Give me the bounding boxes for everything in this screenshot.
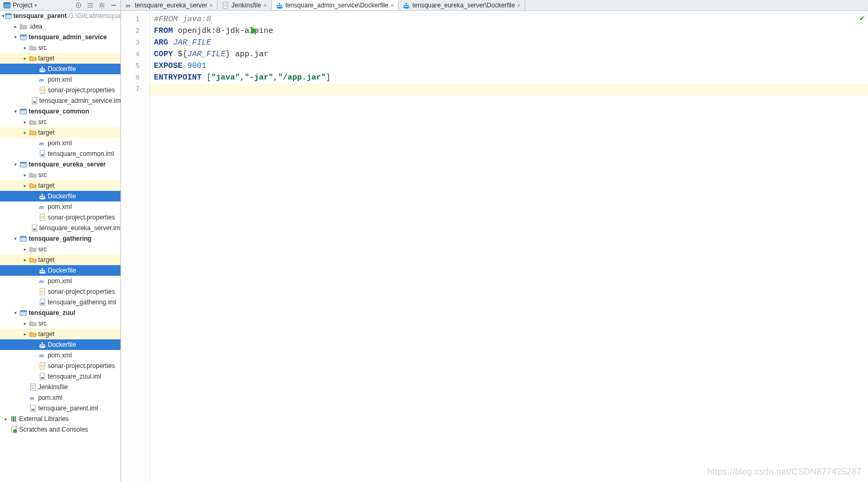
expand-arrow-icon[interactable]: ▸ [21, 117, 29, 127]
tree-node[interactable]: mpom.xml [0, 138, 120, 148]
maven-icon: m [125, 2, 133, 9]
tree-node[interactable]: tensquare_common.iml [0, 148, 120, 159]
tree-node[interactable]: tensquare_parent.iml [0, 403, 120, 414]
folder-gray-icon [29, 43, 37, 52]
close-icon[interactable]: × [210, 2, 213, 8]
expand-arrow-icon[interactable]: ▸ [21, 42, 29, 53]
tree-node[interactable]: ▸target [0, 255, 120, 265]
expand-arrow-icon[interactable]: ▾ [12, 233, 19, 244]
tree-node[interactable]: ▾tensquare_zuul [0, 308, 120, 318]
tree-node[interactable]: Dockerfile [0, 64, 120, 74]
tree-node[interactable]: ▾tensquare_eureka_server [0, 159, 120, 170]
expand-arrow-icon[interactable]: ▸ [21, 318, 29, 329]
tree-node[interactable]: Scratches and Consoles [0, 424, 120, 435]
svg-rect-22 [41, 67, 43, 68]
collapse-icon[interactable] [86, 2, 94, 9]
expand-arrow-icon[interactable]: ▾ [12, 308, 19, 318]
code-line[interactable] [150, 84, 868, 95]
tree-label: External Libraries [19, 414, 68, 424]
tree-node[interactable]: mpom.xml [0, 74, 120, 85]
svg-rect-72 [13, 416, 14, 422]
code-line[interactable]: ENTRYPOINT ["java","-jar","/app.jar"] [150, 72, 868, 84]
tree-node[interactable]: ▸target [0, 180, 120, 191]
tree-node[interactable]: ▸target [0, 329, 120, 339]
tree-node[interactable]: Dockerfile [0, 339, 120, 350]
tree-node[interactable]: sonar-project.properties [0, 212, 120, 223]
tree-node[interactable]: Jenkinsfile [0, 382, 120, 392]
project-tool-selector[interactable]: Project ▾ [0, 0, 121, 10]
expand-arrow-icon[interactable]: ▾ [12, 32, 19, 42]
expand-arrow-icon[interactable]: ▸ [21, 180, 29, 191]
svg-rect-36 [40, 196, 41, 197]
tree-node[interactable]: tensquare_gathering.iml [0, 297, 120, 308]
editor-tab[interactable]: mtensquare_eureka_server× [121, 0, 218, 10]
expand-arrow-icon[interactable]: ▸ [21, 244, 29, 255]
folder-gray-icon [29, 245, 37, 253]
tree-label: Dockerfile [48, 64, 76, 74]
code-line[interactable]: COPY ${JAR_FILE} app.jar [150, 49, 868, 60]
tree-node[interactable]: ▾tensquare_gathering [0, 233, 120, 244]
svg-rect-73 [15, 416, 16, 422]
gear-icon[interactable] [98, 2, 106, 9]
tree-node[interactable]: mpom.xml [0, 350, 120, 361]
tree-node[interactable]: mpom.xml [0, 201, 120, 212]
tree-node[interactable]: tensquare_admin_service.iml [0, 95, 120, 106]
tree-label: Dockerfile [48, 339, 76, 350]
tree-node[interactable]: mpom.xml [0, 276, 120, 286]
tree-node[interactable]: tensquare_eureka_server.iml [0, 223, 120, 233]
tree-node[interactable]: ▸.idea [0, 21, 120, 32]
tree-label: target [38, 329, 55, 339]
tree-node[interactable]: ▸src [0, 170, 120, 180]
expand-arrow-icon[interactable]: ▸ [21, 255, 29, 265]
tree-node[interactable]: ▸src [0, 318, 120, 329]
svg-rect-37 [41, 196, 43, 197]
tree-node[interactable]: ▸target [0, 53, 120, 64]
code-line[interactable]: #FROM java:8 [150, 14, 868, 25]
expand-arrow-icon[interactable]: ▸ [2, 414, 10, 424]
expand-arrow-icon[interactable]: ▸ [21, 329, 29, 339]
run-gutter-icon[interactable] [249, 27, 258, 37]
code-line[interactable]: ARG JAR_FILE [150, 37, 868, 49]
expand-arrow-icon[interactable]: ▸ [21, 170, 29, 180]
docker-icon [38, 266, 47, 275]
tree-node[interactable]: ▾tensquare_parentG:\GitLab\tensquare... [0, 11, 120, 21]
tree-label: pom.xml [48, 350, 72, 361]
tree-node[interactable]: sonar-project.properties [0, 286, 120, 297]
tree-node[interactable]: ▾tensquare_admin_service [0, 32, 120, 42]
expand-arrow-icon[interactable]: ▾ [12, 159, 19, 170]
close-icon[interactable]: × [517, 2, 520, 8]
tree-node[interactable]: mpom.xml [0, 392, 120, 403]
tree-node[interactable]: tensquare_zuul.iml [0, 371, 120, 382]
tree-label: target [38, 255, 55, 265]
code-editor[interactable]: #FROM java:8FROM openjdk:8-jdk-alpineARG… [150, 11, 868, 482]
tree-node[interactable]: ▾tensquare_common [0, 106, 120, 117]
expand-arrow-icon[interactable]: ▾ [12, 106, 19, 117]
tree-label: Dockerfile [48, 191, 76, 201]
close-icon[interactable]: × [390, 2, 394, 8]
tree-node[interactable]: Dockerfile [0, 265, 120, 276]
expand-arrow-icon[interactable]: ▸ [21, 127, 29, 138]
tree-node[interactable]: ▸External Libraries [0, 414, 120, 424]
minimize-icon[interactable] [110, 2, 117, 9]
code-line[interactable]: EXPOSE 9001 [150, 60, 868, 72]
tree-node[interactable]: ▸src [0, 117, 120, 127]
svg-rect-47 [40, 270, 41, 271]
expand-arrow-icon[interactable]: ▸ [12, 21, 19, 32]
target-icon[interactable] [75, 2, 82, 9]
tree-node[interactable]: Dockerfile [0, 191, 120, 201]
module-icon [19, 160, 28, 169]
tree-node[interactable]: ▸src [0, 42, 120, 53]
editor-tab[interactable]: tensquare_admin_service\Dockerfile× [272, 0, 399, 10]
tree-node[interactable]: sonar-project.properties [0, 361, 120, 371]
expand-arrow-icon[interactable]: ▸ [21, 53, 29, 64]
close-icon[interactable]: × [263, 2, 266, 8]
editor-tab[interactable]: Jenkinsfile× [218, 0, 271, 10]
tree-node[interactable]: ▸src [0, 244, 120, 255]
svg-rect-59 [41, 344, 43, 346]
project-tree[interactable]: ▾tensquare_parentG:\GitLab\tensquare...▸… [0, 11, 121, 482]
tree-node[interactable]: ▸target [0, 127, 120, 138]
svg-text:m: m [39, 278, 44, 284]
editor-tab[interactable]: tensquare_eureka_server\Dockerfile× [398, 0, 525, 10]
tree-node[interactable]: sonar-project.properties [0, 85, 120, 95]
svg-rect-70 [31, 409, 34, 411]
